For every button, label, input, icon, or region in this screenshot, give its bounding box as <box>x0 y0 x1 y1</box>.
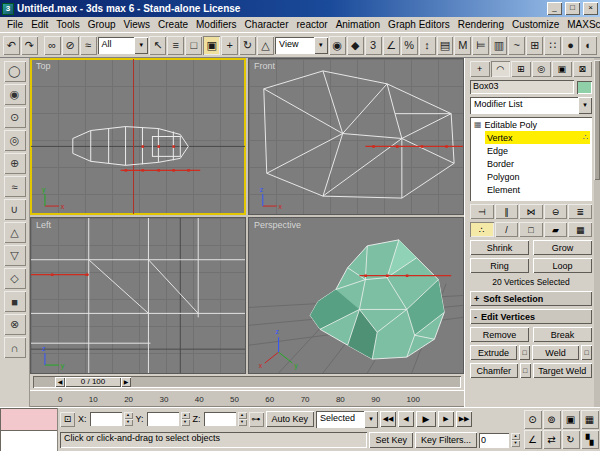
angle-snap-icon[interactable]: ∠ <box>383 36 400 55</box>
weld-settings-icon[interactable]: □ <box>581 345 592 360</box>
stack-item-element[interactable]: Element <box>485 183 590 196</box>
use-pivot-center-icon[interactable]: ◉ <box>329 36 346 55</box>
set-key-button[interactable]: Set Key <box>369 432 413 448</box>
next-frame-icon[interactable]: ▶ <box>438 411 454 427</box>
viewport-left-label[interactable]: Left <box>36 220 51 230</box>
menu-customize[interactable]: Customize <box>508 18 563 31</box>
current-frame-input[interactable] <box>479 433 509 448</box>
select-and-manipulate-icon[interactable]: ◆ <box>347 36 364 55</box>
menu-graph-editors[interactable]: Graph Editors <box>384 18 454 31</box>
motion-tab-icon[interactable]: ◎ <box>532 61 552 77</box>
chamfer-settings-icon[interactable]: □ <box>520 363 531 378</box>
minimize-button[interactable]: _ <box>547 2 562 15</box>
select-object-icon[interactable]: ↖ <box>149 36 166 55</box>
object-color-swatch[interactable] <box>577 81 592 94</box>
configure-modifier-sets-icon[interactable]: ≣ <box>568 204 592 219</box>
menu-file[interactable]: File <box>3 18 27 31</box>
viewport-top-label[interactable]: Top <box>36 61 51 71</box>
stack-item-border[interactable]: Border <box>485 157 590 170</box>
utilities-tab-icon[interactable]: ⊠ <box>573 61 593 77</box>
zoom-extents-all-icon[interactable]: ▦ <box>581 410 599 429</box>
vertex-mode-icon[interactable]: ∴ <box>470 222 494 237</box>
set-key-mode-icon[interactable]: ⊶ <box>249 412 264 427</box>
stack-item-editable-poly[interactable]: ▦ Editable Poly <box>472 118 590 131</box>
layer-manager-icon[interactable]: ▥ <box>490 36 507 55</box>
soft-selection-rollout[interactable]: + Soft Selection <box>470 291 592 306</box>
material-editor-icon[interactable]: ∷ <box>544 36 561 55</box>
select-and-move-icon[interactable]: + <box>221 36 238 55</box>
quick-render-icon[interactable]: ◐ <box>580 36 597 55</box>
menu-character[interactable]: Character <box>241 18 293 31</box>
next-frame-icon[interactable]: ▶ <box>121 377 131 387</box>
pin-stack-icon[interactable]: ⊣ <box>470 204 494 219</box>
command-panel-scrollbar[interactable] <box>594 58 600 407</box>
border-mode-icon[interactable]: □ <box>519 222 543 237</box>
object-name-field[interactable]: Box03 <box>470 80 574 94</box>
rectangular-selection-region-icon[interactable]: □ <box>185 36 202 55</box>
field-of-view-icon[interactable]: ∠ <box>524 430 542 449</box>
viewport-top[interactable]: Top <box>30 58 246 215</box>
display-tab-icon[interactable]: ▣ <box>552 61 572 77</box>
modify-tab-icon[interactable]: ◠ <box>491 61 511 77</box>
select-and-link-icon[interactable]: ∞ <box>44 36 61 55</box>
reactor-tool-icon-10[interactable]: ◇ <box>4 268 26 289</box>
unlink-selection-icon[interactable]: ⊘ <box>62 36 79 55</box>
show-end-result-icon[interactable]: ∥ <box>495 204 519 219</box>
menu-create[interactable]: Create <box>154 18 192 31</box>
polygon-mode-icon[interactable]: ▰ <box>544 222 568 237</box>
named-selection-sets-icon[interactable]: ▤ <box>437 36 454 55</box>
time-slider-handle[interactable]: ◀ 0 / 100 ▶ <box>55 377 131 387</box>
undo-icon[interactable]: ↶ <box>3 36 20 55</box>
create-tab-icon[interactable]: + <box>470 61 490 77</box>
zoom-icon[interactable]: ⊙ <box>524 410 542 429</box>
select-by-name-icon[interactable]: ≡ <box>167 36 184 55</box>
previous-frame-icon[interactable]: ◀ <box>398 411 414 427</box>
frame-spinner[interactable]: ▲▼ <box>511 433 520 447</box>
arc-rotate-icon[interactable]: ↻ <box>562 430 580 449</box>
zoom-all-icon[interactable]: ⊚ <box>543 410 561 429</box>
maxscript-mini-listener[interactable] <box>0 408 58 451</box>
auto-key-button[interactable]: Auto Key <box>266 411 315 427</box>
render-scene-icon[interactable]: ● <box>562 36 579 55</box>
target-weld-button[interactable]: Target Weld <box>533 363 592 378</box>
min-max-toggle-icon[interactable]: ▚ <box>581 430 599 449</box>
align-icon[interactable]: ⊨ <box>472 36 489 55</box>
stack-item-vertex[interactable]: Vertex ∴ <box>485 131 590 144</box>
key-filters-button[interactable]: Key Filters... <box>415 432 477 448</box>
grow-button[interactable]: Grow <box>533 240 592 255</box>
reactor-tool-icon-4[interactable]: ◎ <box>4 130 26 151</box>
reactor-tool-icon-13[interactable]: ∩ <box>4 337 26 358</box>
listener-macro-line[interactable] <box>0 408 57 430</box>
reactor-tool-icon-7[interactable]: ∪ <box>4 199 26 220</box>
reactor-tool-icon-3[interactable]: ⊙ <box>4 107 26 128</box>
menu-views[interactable]: Views <box>120 18 155 31</box>
element-mode-icon[interactable]: ▦ <box>568 222 592 237</box>
reactor-tool-icon-1[interactable]: ◯ <box>4 61 26 82</box>
pan-icon[interactable]: ⇄ <box>543 430 561 449</box>
reactor-tool-icon-9[interactable]: ▽ <box>4 245 26 266</box>
edge-mode-icon[interactable]: / <box>495 222 519 237</box>
close-button[interactable]: × <box>583 2 598 15</box>
selection-filter-dropdown[interactable]: All ▾ <box>98 37 149 54</box>
scrollbar-thumb[interactable] <box>594 60 600 180</box>
percent-snap-icon[interactable]: % <box>401 36 418 55</box>
reactor-tool-icon-5[interactable]: ⊕ <box>4 153 26 174</box>
play-icon[interactable]: ▶ <box>416 411 436 427</box>
bind-to-spacewarp-icon[interactable]: ≈ <box>80 36 97 55</box>
track-bar[interactable]: 0 10 20 30 40 50 60 70 80 90 100 <box>30 390 464 407</box>
mirror-icon[interactable]: M <box>454 36 471 55</box>
previous-frame-icon[interactable]: ◀ <box>55 377 65 387</box>
menu-animation[interactable]: Animation <box>332 18 384 31</box>
modifier-list-dropdown[interactable]: Modifier List ▾ <box>470 97 592 114</box>
select-and-scale-icon[interactable]: △ <box>257 36 274 55</box>
viewport-front-label[interactable]: Front <box>254 61 275 71</box>
zoom-extents-icon[interactable]: ▣ <box>562 410 580 429</box>
reactor-tool-icon-2[interactable]: ◉ <box>4 84 26 105</box>
break-button[interactable]: Break <box>533 327 592 342</box>
menu-maxscript[interactable]: MAXScript <box>563 18 600 31</box>
viewport-perspective[interactable]: Perspective <box>248 217 464 374</box>
window-crossing-toggle-icon[interactable]: ▣ <box>203 36 220 55</box>
redo-icon[interactable]: ↷ <box>21 36 38 55</box>
go-to-end-icon[interactable]: ▶▶ <box>456 411 472 427</box>
stack-item-edge[interactable]: Edge <box>485 144 590 157</box>
